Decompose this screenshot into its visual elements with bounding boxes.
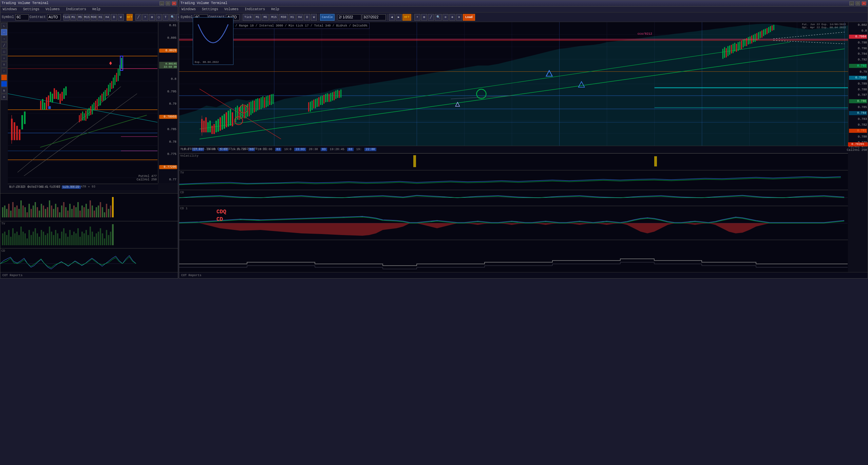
dollar-tool[interactable]: $ [1,87,7,93]
zoom-in-btn[interactable]: 🔍 [169,14,175,21]
right-sep2 [318,14,319,21]
right-w-btn[interactable]: W [311,14,317,21]
svg-rect-278 [313,100,314,108]
right-menu-windows[interactable]: Windows [181,7,197,12]
right-close-btn[interactable]: × [862,1,866,5]
svg-rect-313 [753,35,754,42]
svg-rect-25 [19,129,20,140]
svg-rect-87 [24,207,26,217]
svg-rect-166 [71,235,73,245]
cursor-tool[interactable]: ↖ [1,23,7,29]
draw3-btn[interactable]: ⊞ [149,14,155,21]
right-bwd-btn[interactable]: ⊗ [456,14,462,21]
svg-rect-185 [110,232,111,245]
svg-rect-311 [750,36,751,44]
left-menu-settings[interactable]: Settings [22,7,40,12]
right-fwd-btn[interactable]: ⊕ [449,14,455,21]
right-m15-btn[interactable]: M15 [269,14,278,21]
m5-btn[interactable]: M5 [77,14,83,21]
m15-btn[interactable]: M15 [84,14,90,21]
right-tick-btn[interactable]: Tick [243,14,253,21]
right-next-btn[interactable]: ▶ [396,14,402,21]
right-date-from[interactable] [338,14,361,20]
svg-rect-173 [86,230,87,245]
svg-rect-292 [337,90,338,98]
right-load-btn[interactable]: Load [463,14,475,21]
left-menu-indicators[interactable]: Indicators [65,7,87,12]
left-menu-windows[interactable]: Windows [2,7,18,12]
tick-btn[interactable]: Tick [63,14,70,21]
draw5-btn[interactable]: T [163,14,169,21]
right-menu-volumes[interactable]: Volumes [223,7,240,12]
color2-tool[interactable] [1,81,7,87]
color1-tool[interactable] [1,74,7,81]
segment-tool[interactable]: ╱ [1,42,7,48]
left-minimize-btn[interactable]: _ [159,1,164,5]
right-draw1-btn[interactable]: + [414,14,420,21]
svg-rect-308 [744,39,746,46]
left-maximize-btn[interactable]: □ [166,1,170,5]
svg-rect-160 [59,238,60,245]
right-m5-btn[interactable]: M5 [262,14,269,21]
r-price-0.784: 0.784 [849,111,867,115]
svg-rect-37 [58,92,59,100]
h4-btn[interactable]: H4 [104,14,110,21]
w-btn[interactable]: W [118,14,124,21]
left-close-btn[interactable]: × [172,1,176,5]
arrow-tool[interactable]: ↑ [1,68,7,74]
svg-rect-85 [20,200,22,217]
draw2-btn[interactable]: + [142,14,148,21]
right-zoom-in-btn[interactable]: 🔍 [435,14,442,21]
right-maximize-btn[interactable]: □ [855,1,860,5]
right-hft-btn[interactable]: HFT [402,14,411,21]
left-symbol-input[interactable] [15,14,29,20]
left-menu-volumes[interactable]: Volumes [44,7,61,12]
ellipse-tool[interactable]: ○ [1,55,7,61]
rect-tool[interactable]: □ [1,49,7,55]
right-draw2-btn[interactable]: ⊞ [421,14,427,21]
svg-rect-53 [97,99,98,110]
right-zoom-out-btn[interactable]: ⊖ [442,14,449,21]
right-menu-indicators[interactable]: Indicators [244,7,266,12]
svg-rect-179 [98,232,99,245]
svg-rect-143 [24,233,26,245]
right-menu-settings[interactable]: Settings [201,7,219,12]
line-tool[interactable]: ─ [1,29,7,35]
left-contract-input[interactable] [47,14,61,20]
m1-btn[interactable]: M1 [70,14,76,21]
right-prev-btn[interactable]: ◀ [389,14,395,21]
svg-rect-99 [49,200,50,217]
right-draw3-btn[interactable]: ╱ [428,14,434,21]
svg-rect-92 [35,202,36,217]
m30-btn[interactable]: M30 [91,14,97,21]
text-tool[interactable]: T [1,61,7,68]
svg-rect-299 [729,46,730,55]
svg-rect-245 [232,112,233,126]
d-btn[interactable]: D [111,14,117,21]
right-candle-btn[interactable]: Candle [320,14,334,21]
right-d-btn[interactable]: D [304,14,310,21]
right-h1-btn[interactable]: H1 [289,14,296,21]
hft-btn[interactable]: HFT [127,14,133,21]
svg-rect-264 [266,96,267,107]
h1-btn[interactable]: H1 [97,14,103,21]
left-menu-help[interactable]: Help [91,7,101,12]
right-volatility-panel: Volatility [179,153,848,169]
ray-tool[interactable]: → [1,36,7,42]
right-h4-btn[interactable]: H4 [296,14,303,21]
right-menu-help[interactable]: Help [270,7,280,12]
draw1-btn[interactable]: ╱ [135,14,141,21]
svg-rect-45 [84,113,85,121]
magnet-tool[interactable]: ⊕ [1,94,7,100]
svg-rect-286 [327,93,328,102]
draw4-btn[interactable]: ◯ [156,14,162,21]
right-minimize-btn[interactable]: _ [849,1,854,5]
svg-rect-117 [86,204,87,217]
right-m1-btn[interactable]: M1 [254,14,261,21]
svg-rect-159 [57,233,58,245]
r-price-0.781: 0.781 [849,129,867,133]
left-vol-svg [0,194,178,220]
svg-rect-251 [244,106,245,118]
right-m30-btn[interactable]: M30 [279,14,288,21]
right-date-to[interactable] [362,14,386,20]
